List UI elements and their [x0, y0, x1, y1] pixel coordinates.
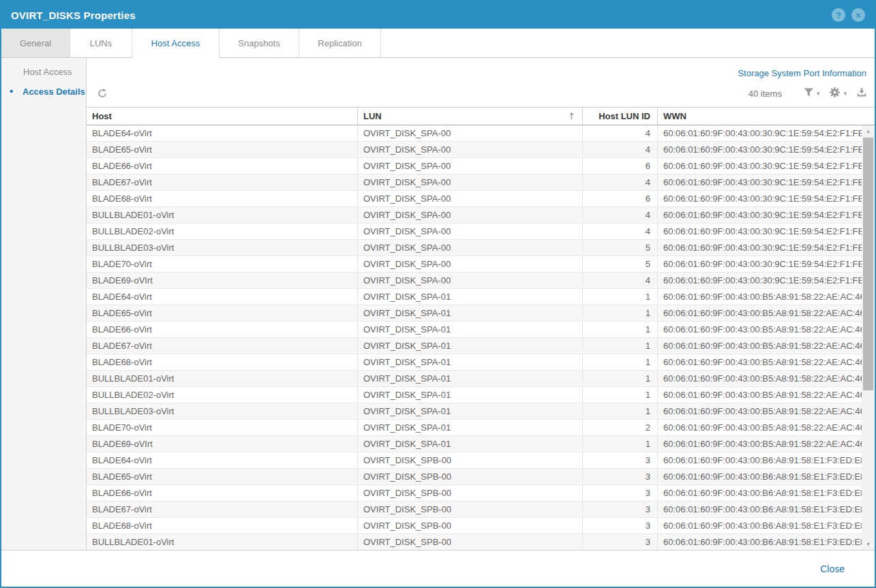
- cell-lun: OVIRT_DISK_SPA-01: [357, 354, 582, 370]
- table-row[interactable]: BLADE67-oVirtOVIRT_DISK_SPA-01160:06:01:…: [87, 338, 862, 354]
- settings-button[interactable]: ▾: [829, 87, 847, 101]
- table-row[interactable]: BULLBLADE03-oVirtOVIRT_DISK_SPA-01160:06…: [87, 403, 862, 420]
- cell-wwn: 60:06:01:60:9F:00:43:00:30:9C:1E:59:54:E…: [657, 125, 862, 141]
- cell-lun: OVIRT_DISK_SPB-00: [357, 501, 582, 517]
- cell-wwn: 60:06:01:60:9F:00:43:00:B5:A8:91:58:22:A…: [657, 436, 862, 452]
- table-row[interactable]: BULLBLADE01-oVirtOVIRT_DISK_SPB-00360:06…: [87, 534, 862, 550]
- cell-lun: OVIRT_DISK_SPA-01: [357, 420, 582, 435]
- table-row[interactable]: BLADE67-oVirtOVIRT_DISK_SPB-00360:06:01:…: [87, 501, 862, 518]
- cell-host: BLADE70-oVirt: [87, 256, 357, 272]
- table-row[interactable]: BULLBLADE03-oVirtOVIRT_DISK_SPA-00560:06…: [87, 240, 862, 256]
- help-icon[interactable]: ?: [832, 8, 845, 22]
- chevron-down-icon: ▾: [843, 90, 847, 97]
- cell-lun: OVIRT_DISK_SPA-01: [357, 305, 582, 321]
- export-button[interactable]: [856, 87, 867, 100]
- table-row[interactable]: BLADE65-oVirtOVIRT_DISK_SPB-00360:06:01:…: [87, 469, 862, 485]
- table-row[interactable]: BLADE68-oVirtOVIRT_DISK_SPA-00660:06:01:…: [87, 191, 862, 207]
- table-row[interactable]: BLADE65-oVirtOVIRT_DISK_SPA-01160:06:01:…: [87, 305, 862, 322]
- table-row[interactable]: BLADE66-oVirtOVIRT_DISK_SPA-00660:06:01:…: [87, 158, 862, 174]
- table-row[interactable]: BLADE69-oVIrtOVIRT_DISK_SPA-01160:06:01:…: [87, 436, 862, 452]
- column-header-lun[interactable]: LUN ↑: [357, 108, 582, 125]
- port-info-row: Storage System Port Information: [87, 58, 875, 80]
- table-body: BLADE64-oVirtOVIRT_DISK_SPA-00460:06:01:…: [87, 125, 862, 550]
- cell-wwn: 60:06:01:60:9F:00:43:00:30:9C:1E:59:54:E…: [657, 273, 862, 288]
- close-button[interactable]: Close: [820, 563, 845, 574]
- cell-host: BULLBLADE02-oVirt: [87, 387, 357, 403]
- cell-lun: OVIRT_DISK_SPA-01: [357, 322, 582, 337]
- table-row[interactable]: BLADE67-oVirtOVIRT_DISK_SPA-00460:06:01:…: [87, 174, 862, 191]
- cell-host-lun-id: 3: [582, 518, 657, 533]
- column-header-wwn[interactable]: WWN: [657, 108, 875, 125]
- vertical-scrollbar[interactable]: ▴ ▾: [862, 125, 875, 550]
- dialog-footer: Close: [1, 550, 875, 587]
- cell-wwn: 60:06:01:60:9F:00:43:00:B5:A8:91:58:22:A…: [657, 354, 862, 370]
- tab-general[interactable]: General: [1, 29, 70, 58]
- cell-host-lun-id: 6: [582, 191, 657, 206]
- cell-lun: OVIRT_DISK_SPA-00: [357, 223, 582, 239]
- cell-host: BULLBLADE01-oVirt: [87, 207, 357, 223]
- dialog-title: OVIRT_DISKS Properties: [11, 10, 136, 21]
- cell-host: BLADE68-oVirt: [87, 518, 357, 533]
- cell-host-lun-id: 2: [582, 420, 657, 435]
- table-row[interactable]: BLADE68-oVirtOVIRT_DISK_SPA-01160:06:01:…: [87, 354, 862, 371]
- cell-lun: OVIRT_DISK_SPA-01: [357, 289, 582, 305]
- column-header-host-lun-id[interactable]: Host LUN ID: [582, 108, 657, 125]
- table-row[interactable]: BLADE66-oVirtOVIRT_DISK_SPB-00360:06:01:…: [87, 485, 862, 501]
- sidebar-item-access-details[interactable]: • Access Details: [1, 87, 86, 97]
- cell-lun: OVIRT_DISK_SPA-00: [357, 125, 582, 141]
- export-download-icon: [856, 87, 867, 100]
- column-header-host[interactable]: Host: [87, 108, 357, 125]
- chevron-down-icon: ▾: [817, 90, 820, 97]
- cell-wwn: 60:06:01:60:9F:00:43:00:B6:A8:91:58:E1:F…: [657, 452, 862, 468]
- cell-wwn: 60:06:01:60:9F:00:43:00:B5:A8:91:58:22:A…: [657, 387, 862, 403]
- cell-lun: OVIRT_DISK_SPA-00: [357, 158, 582, 174]
- table-row[interactable]: BLADE65-oVirtOVIRT_DISK_SPA-00460:06:01:…: [87, 142, 862, 158]
- table-row[interactable]: BULLBLADE01-oVirtOVIRT_DISK_SPA-00460:06…: [87, 207, 862, 223]
- cell-lun: OVIRT_DISK_SPB-00: [357, 518, 582, 533]
- cell-host: BLADE69-oVIrt: [87, 273, 357, 288]
- cell-lun: OVIRT_DISK_SPA-01: [357, 387, 582, 403]
- scroll-up-icon[interactable]: ▴: [862, 125, 875, 137]
- table-row[interactable]: BLADE64-oVirtOVIRT_DISK_SPA-00460:06:01:…: [87, 125, 862, 142]
- cell-host-lun-id: 5: [582, 256, 657, 272]
- cell-wwn: 60:06:01:60:9F:00:43:00:B5:A8:91:58:22:A…: [657, 420, 862, 435]
- cell-host: BULLBLADE02-oVirt: [87, 223, 357, 239]
- tab-snapshots[interactable]: Snapshots: [220, 29, 299, 58]
- cell-host: BLADE67-oVirt: [87, 501, 357, 517]
- table-row[interactable]: BLADE64-oVirtOVIRT_DISK_SPA-01160:06:01:…: [87, 289, 862, 305]
- table-row[interactable]: BLADE64-oVirtOVIRT_DISK_SPB-00360:06:01:…: [87, 452, 862, 469]
- properties-dialog: OVIRT_DISKS Properties ? × General LUNs …: [0, 0, 876, 588]
- cell-lun: OVIRT_DISK_SPB-00: [357, 485, 582, 501]
- scroll-down-icon[interactable]: ▾: [862, 538, 875, 550]
- tab-luns[interactable]: LUNs: [70, 29, 132, 58]
- cell-wwn: 60:06:01:60:9F:00:43:00:30:9C:1E:59:54:E…: [657, 240, 862, 256]
- scrollbar-thumb[interactable]: [863, 138, 873, 390]
- sidebar-group-host-access: Host Access: [1, 67, 86, 87]
- filter-button[interactable]: ▾: [804, 87, 820, 99]
- cell-wwn: 60:06:01:60:9F:00:43:00:30:9C:1E:59:54:E…: [657, 207, 862, 223]
- tab-replication[interactable]: Replication: [299, 29, 381, 58]
- table-row[interactable]: BULLBLADE02-oVirtOVIRT_DISK_SPA-00460:06…: [87, 223, 862, 240]
- gear-icon: [829, 87, 841, 101]
- tab-bar: General LUNs Host Access Snapshots Repli…: [1, 29, 875, 58]
- bullet-icon: •: [10, 85, 13, 97]
- table-row[interactable]: BLADE68-oVirtOVIRT_DISK_SPB-00360:06:01:…: [87, 518, 862, 534]
- cell-wwn: 60:06:01:60:9F:00:43:00:30:9C:1E:59:54:E…: [657, 174, 862, 190]
- cell-host: BLADE66-oVirt: [87, 322, 357, 337]
- refresh-icon[interactable]: [97, 88, 108, 99]
- table-row[interactable]: BLADE70-oVirtOVIRT_DISK_SPA-01260:06:01:…: [87, 420, 862, 436]
- close-icon[interactable]: ×: [851, 8, 865, 22]
- table-row[interactable]: BLADE66-oVirtOVIRT_DISK_SPA-01160:06:01:…: [87, 322, 862, 338]
- cell-wwn: 60:06:01:60:9F:00:43:00:B5:A8:91:58:22:A…: [657, 289, 862, 305]
- tab-host-access[interactable]: Host Access: [132, 29, 220, 58]
- titlebar: OVIRT_DISKS Properties ? ×: [1, 1, 875, 29]
- table-row[interactable]: BULLBLADE02-oVirtOVIRT_DISK_SPA-01160:06…: [87, 387, 862, 403]
- table-row[interactable]: BLADE69-oVIrtOVIRT_DISK_SPA-00460:06:01:…: [87, 273, 862, 289]
- sidebar-item-label: Access Details: [22, 87, 85, 97]
- table-row[interactable]: BLADE70-oVirtOVIRT_DISK_SPA-00560:06:01:…: [87, 256, 862, 273]
- table-row[interactable]: BULLBLADE01-oVirtOVIRT_DISK_SPA-01160:06…: [87, 371, 862, 387]
- scrollbar-track[interactable]: [862, 137, 875, 538]
- sidebar: Host Access • Access Details: [1, 58, 87, 550]
- storage-system-port-information-link[interactable]: Storage System Port Information: [738, 68, 866, 78]
- cell-host-lun-id: 3: [582, 534, 657, 550]
